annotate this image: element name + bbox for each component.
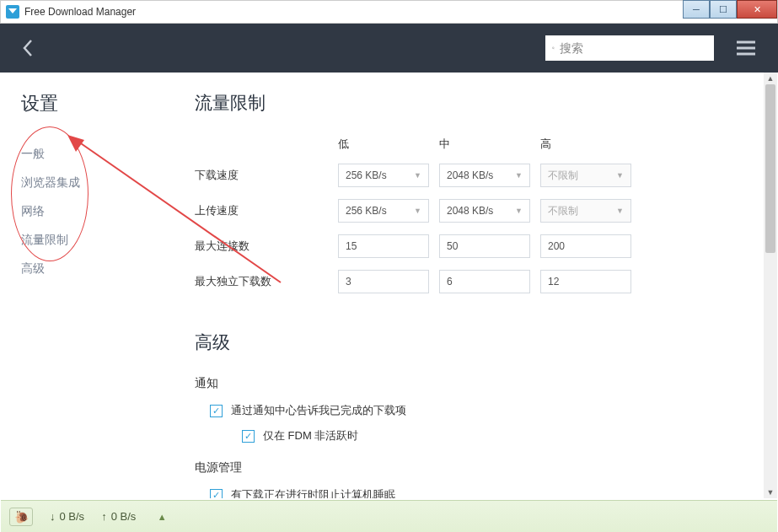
section-title-advanced: 高级: [195, 330, 743, 354]
col-high: 高: [540, 137, 641, 152]
col-low: 低: [338, 137, 439, 152]
checkbox-label: 有下载正在进行时阻止计算机睡眠: [231, 487, 395, 498]
chevron-left-icon: [22, 39, 34, 57]
input-conn-high[interactable]: [540, 234, 631, 258]
window-close-button[interactable]: ✕: [737, 0, 777, 19]
row-download-speed: 下载速度 256 KB/s▼ 2048 KB/s▼ 不限制▼: [195, 164, 743, 187]
arrow-up-icon: ↑: [101, 510, 107, 523]
label-max-downloads: 最大独立下载数: [195, 274, 338, 289]
row-max-connections: 最大连接数: [195, 234, 743, 258]
checkbox-icon: ✓: [210, 489, 223, 499]
checkbox-icon: ✓: [242, 430, 255, 443]
search-input[interactable]: [560, 41, 707, 55]
app-header: [0, 24, 778, 73]
svg-line-1: [554, 48, 555, 49]
sidebar-title: 设置: [21, 91, 178, 116]
arrow-down-icon: ↓: [50, 510, 56, 523]
chevron-down-icon: ▼: [616, 207, 624, 215]
traffic-header-row: 低 中 高: [195, 137, 743, 152]
checkbox-prevent-sleep[interactable]: ✓ 有下载正在进行时阻止计算机睡眠: [195, 487, 743, 498]
input-dl-high[interactable]: [540, 270, 631, 293]
sidebar-item-advanced[interactable]: 高级: [21, 255, 178, 283]
window-title: Free Download Manager: [24, 6, 683, 18]
select-up-high[interactable]: 不限制▼: [540, 199, 631, 223]
chevron-down-icon: ▼: [515, 171, 523, 180]
chevron-down-icon: ▼: [616, 171, 624, 180]
scroll-down-icon[interactable]: ▼: [764, 486, 777, 498]
window-maximize-button[interactable]: ☐: [710, 0, 737, 19]
sidebar-item-general[interactable]: 一般: [21, 140, 178, 169]
window-minimize-button[interactable]: ─: [683, 0, 710, 19]
search-icon: [552, 41, 555, 55]
sidebar-item-browser[interactable]: 浏览器集成: [21, 169, 178, 197]
select-up-mid[interactable]: 2048 KB/s▼: [439, 199, 530, 223]
status-download-speed: ↓ 0 B/s: [50, 510, 84, 523]
app-icon: [6, 5, 19, 19]
checkbox-notify-inactive[interactable]: ✓ 仅在 FDM 非活跃时: [195, 428, 743, 443]
section-title-traffic: 流量限制: [195, 91, 743, 115]
settings-main: 流量限制 低 中 高 下载速度 256 KB/s▼ 2048 KB/s▼ 不限制…: [178, 73, 777, 498]
menu-button[interactable]: [729, 31, 763, 65]
checkbox-label: 通过通知中心告诉我已完成的下载项: [231, 403, 406, 418]
select-up-low[interactable]: 256 KB/s▼: [338, 199, 429, 223]
settings-sidebar: 设置 一般 浏览器集成 网络 流量限制 高级: [1, 73, 178, 498]
hamburger-icon: [737, 40, 755, 56]
scroll-up-icon[interactable]: ▲: [764, 73, 777, 84]
search-box[interactable]: [545, 35, 714, 61]
status-bar: 🐌 ↓ 0 B/s ↑ 0 B/s ▲: [1, 500, 777, 532]
col-mid: 中: [439, 137, 540, 152]
input-conn-mid[interactable]: [439, 234, 530, 258]
subsection-notify: 通知: [195, 376, 743, 391]
checkbox-label: 仅在 FDM 非活跃时: [263, 428, 358, 443]
vertical-scrollbar[interactable]: ▲ ▼: [764, 73, 777, 498]
sidebar-item-traffic[interactable]: 流量限制: [21, 226, 178, 255]
chevron-up-icon: ▲: [158, 512, 167, 522]
collapse-button[interactable]: ▲: [153, 508, 171, 526]
scrollbar-thumb[interactable]: [765, 84, 775, 253]
label-upload-speed: 上传速度: [195, 203, 338, 218]
label-download-speed: 下载速度: [195, 168, 338, 183]
back-button[interactable]: [15, 35, 40, 61]
status-upload-speed: ↑ 0 B/s: [101, 510, 136, 523]
chevron-down-icon: ▼: [414, 171, 421, 180]
svg-point-0: [552, 47, 554, 49]
row-max-downloads: 最大独立下载数: [195, 270, 743, 293]
label-max-connections: 最大连接数: [195, 239, 338, 254]
checkbox-icon: ✓: [210, 405, 223, 417]
sidebar-item-network[interactable]: 网络: [21, 197, 178, 226]
row-upload-speed: 上传速度 256 KB/s▼ 2048 KB/s▼ 不限制▼: [195, 199, 743, 223]
select-down-low[interactable]: 256 KB/s▼: [338, 164, 429, 187]
speed-mode-button[interactable]: 🐌: [9, 508, 33, 526]
input-dl-low[interactable]: [338, 270, 429, 293]
select-down-mid[interactable]: 2048 KB/s▼: [439, 164, 530, 187]
checkbox-notify-complete[interactable]: ✓ 通过通知中心告诉我已完成的下载项: [195, 403, 743, 418]
snail-icon: 🐌: [14, 510, 29, 524]
input-dl-mid[interactable]: [439, 270, 530, 293]
window-titlebar: Free Download Manager ─ ☐ ✕: [0, 0, 778, 24]
chevron-down-icon: ▼: [414, 207, 421, 215]
chevron-down-icon: ▼: [515, 207, 523, 215]
input-conn-low[interactable]: [338, 234, 429, 258]
select-down-high[interactable]: 不限制▼: [540, 164, 631, 187]
subsection-power: 电源管理: [195, 460, 743, 476]
